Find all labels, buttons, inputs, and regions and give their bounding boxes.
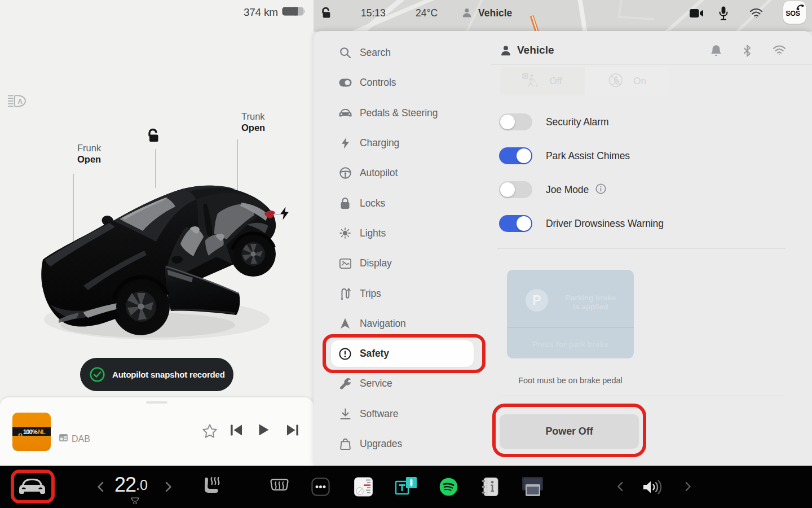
- menu-item-autopilot[interactable]: Autopilot: [314, 158, 483, 188]
- next-track-button[interactable]: [286, 424, 298, 438]
- menu-item-navigation[interactable]: Navigation: [314, 309, 483, 339]
- previous-track-button[interactable]: [231, 424, 242, 438]
- owners-manual-app-icon[interactable]: [482, 477, 498, 497]
- ti-app-icon[interactable]: [394, 476, 417, 497]
- joe-mode-info-icon[interactable]: [595, 183, 606, 196]
- power-off-button[interactable]: Power Off: [500, 414, 639, 449]
- microphone-icon[interactable]: [719, 0, 728, 26]
- menu-item-display[interactable]: Display: [314, 248, 483, 278]
- volume-icon[interactable]: [642, 478, 665, 496]
- menu-item-controls[interactable]: Controls: [314, 68, 483, 98]
- menu-item-label: Service: [360, 378, 392, 389]
- lock-icon: [338, 196, 352, 210]
- app-launcher-icon[interactable]: [311, 478, 330, 496]
- menu-item-lights[interactable]: Lights: [314, 218, 483, 248]
- segment-on[interactable]: On: [585, 67, 670, 95]
- toggle-row-joe-mode: Joe Mode: [499, 181, 606, 198]
- profile-name[interactable]: Vehicle: [478, 0, 512, 26]
- lights-icon: [338, 226, 352, 240]
- volume-increase-chevron[interactable]: [685, 481, 691, 492]
- menu-item-locks[interactable]: Locks: [314, 188, 483, 218]
- toast-check-icon: [90, 367, 105, 382]
- media-source-row: DAB: [59, 433, 90, 445]
- toggle-knob: [500, 182, 515, 197]
- frunk-state: Open: [77, 154, 101, 165]
- menu-item-service[interactable]: Service: [314, 369, 483, 398]
- pedestrian-warning-segmented[interactable]: 2 Off On: [500, 67, 670, 95]
- menu-item-upgrades[interactable]: Upgrades: [314, 429, 483, 459]
- parking-brake-status: Parking brake is applied: [555, 294, 626, 311]
- settings-panel: Search Controls Pedals & Steering Chargi…: [314, 31, 812, 466]
- menu-item-software[interactable]: Software: [314, 399, 483, 429]
- seat-heater-icon[interactable]: [203, 476, 221, 497]
- notifications-bell-icon[interactable]: [710, 45, 722, 59]
- menu-item-pedals-steering[interactable]: Pedals & Steering: [314, 98, 483, 128]
- menu-item-label: Software: [360, 408, 398, 420]
- cabin-temperature[interactable]: 22.0: [114, 473, 148, 497]
- selected-pill: [331, 340, 474, 367]
- cabin-camera-icon[interactable]: [690, 0, 704, 26]
- menu-item-safety[interactable]: Safety: [314, 339, 483, 369]
- battery-icon: [282, 7, 305, 18]
- menu-item-search[interactable]: Search: [314, 38, 483, 68]
- bottom-app-bar: 22.0: [0, 466, 812, 508]
- trunk-state: Open: [241, 122, 265, 134]
- volume-decrease-chevron[interactable]: [617, 481, 623, 492]
- media-player[interactable]: 100%NL DAB: [0, 397, 314, 466]
- radio-app-icon[interactable]: [354, 477, 373, 497]
- defrost-icon[interactable]: [270, 478, 289, 495]
- station-logo-text-white: 100%: [23, 428, 37, 435]
- trunk-title: Trunk: [241, 111, 265, 122]
- status-unlocked-icon[interactable]: [320, 0, 332, 26]
- vehicle-controls-app-icon[interactable]: [19, 477, 46, 496]
- unlocked-icon[interactable]: [145, 128, 161, 146]
- segment-off-label: Off: [549, 76, 562, 87]
- trips-icon: [338, 287, 352, 300]
- media-drag-handle[interactable]: [146, 401, 167, 404]
- bluetooth-icon[interactable]: [743, 45, 751, 59]
- spotify-app-icon[interactable]: [439, 478, 458, 496]
- menu-item-label: Autopilot: [360, 167, 398, 179]
- svg-text:2: 2: [536, 82, 539, 87]
- menu-item-label: Controls: [360, 77, 396, 89]
- driver-drowsiness-toggle[interactable]: [499, 215, 532, 232]
- profile-icon[interactable]: [461, 0, 473, 26]
- menu-item-charging[interactable]: Charging: [314, 128, 483, 158]
- temp-decrease-chevron[interactable]: [97, 481, 104, 492]
- car-status-panel: 374 km A Frunk Open: [0, 0, 314, 466]
- section-divider-2: [498, 396, 784, 396]
- station-logo-text-orange: NL: [38, 428, 45, 435]
- settings-menu: Search Controls Pedals & Steering Chargi…: [314, 38, 483, 459]
- station-mic-icon: [18, 430, 23, 434]
- frunk-title: Frunk: [77, 142, 101, 154]
- status-outside-temp[interactable]: 24°C: [416, 0, 438, 26]
- segment-off[interactable]: 2 Off: [500, 67, 585, 95]
- favorite-star-button[interactable]: [202, 423, 218, 441]
- play-button[interactable]: [259, 424, 269, 438]
- joe-mode-toggle[interactable]: [499, 181, 532, 198]
- cabin-temp-value: 22: [114, 473, 136, 497]
- parking-brake-card[interactable]: P Parking brake is applied Press for par…: [507, 270, 634, 358]
- temp-increase-chevron[interactable]: [165, 481, 172, 492]
- sos-button[interactable]: SOS: [783, 1, 806, 24]
- charge-bolt-icon[interactable]: [280, 207, 289, 222]
- map-background: [314, 0, 812, 32]
- park-assist-chimes-toggle[interactable]: [499, 147, 532, 164]
- navigation-icon: [338, 317, 352, 330]
- segment-on-label: On: [633, 76, 646, 87]
- pedestrian-warning-off-icon: 2: [522, 73, 539, 90]
- section-divider: [497, 248, 785, 249]
- tesla-screen: 374 km A Frunk Open: [0, 0, 812, 508]
- security-alarm-toggle[interactable]: [499, 113, 532, 130]
- wifi-status-icon[interactable]: [773, 45, 786, 59]
- album-art[interactable]: 100%NL: [12, 413, 51, 451]
- wifi-icon[interactable]: [749, 0, 763, 26]
- auto-headlight-icon: A: [8, 94, 28, 111]
- theater-app-icon[interactable]: [521, 476, 544, 497]
- battery-range[interactable]: 374 km: [0, 6, 305, 19]
- status-time: 15:13: [361, 0, 386, 26]
- car-visualization[interactable]: [28, 179, 293, 357]
- steering-wheel-icon: [338, 167, 352, 180]
- menu-item-trips[interactable]: Trips: [314, 278, 483, 308]
- parking-brake-action: Press for park brake: [507, 340, 634, 349]
